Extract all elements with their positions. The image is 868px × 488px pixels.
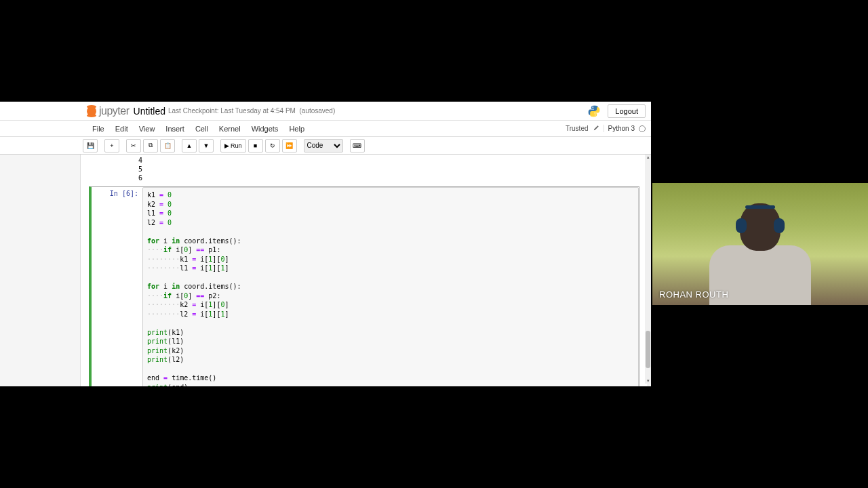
arrow-down-icon: ▼: [203, 142, 210, 149]
python-logo-icon: [587, 104, 601, 118]
menu-bar: File Edit View Insert Cell Kernel Widget…: [0, 121, 651, 137]
scrollbar-thumb[interactable]: [646, 331, 650, 368]
add-cell-button[interactable]: +: [104, 139, 119, 152]
menu-cell[interactable]: Cell: [190, 123, 214, 134]
celltype-select[interactable]: Code: [304, 139, 343, 152]
menu-widgets[interactable]: Widgets: [246, 123, 284, 134]
toolbar: 💾 + ✂ ⧉ 📋 ▲ ▼ ▶Run ■ ↻ ⏩ Code ⌨: [0, 137, 651, 155]
save-icon: 💾: [87, 142, 94, 149]
trusted-label[interactable]: Trusted: [566, 125, 589, 132]
overlay-presenter-name: ROHAN ROUTH: [659, 289, 728, 300]
restart-button[interactable]: ↻: [265, 139, 280, 152]
vertical-scrollbar[interactable]: ▴ ▾: [645, 155, 651, 384]
paste-icon: 📋: [164, 142, 172, 149]
paste-button[interactable]: 📋: [160, 139, 175, 152]
run-button[interactable]: ▶Run: [220, 139, 246, 152]
jupyter-window: jupyter Untitled Last Checkpoint: Last T…: [0, 102, 651, 386]
code-cell[interactable]: In [6]: k1 = 0 k2 = 0 l1 = 0 l2 = 0 for …: [89, 186, 639, 386]
notebook-area[interactable]: 4 5 6 In [6]: k1 = 0 k2 = 0 l1 = 0 l2 = …: [80, 155, 648, 386]
fast-forward-icon: ⏩: [285, 142, 293, 149]
header-bar: jupyter Untitled Last Checkpoint: Last T…: [0, 102, 651, 121]
plus-icon: +: [110, 142, 113, 149]
scissors-icon: ✂: [131, 142, 136, 149]
cut-button[interactable]: ✂: [126, 139, 141, 152]
checkpoint-text: Last Checkpoint: Last Tuesday at 4:54 PM…: [168, 107, 335, 115]
menu-view[interactable]: View: [134, 123, 161, 134]
jupyter-logo-icon: [87, 106, 96, 116]
kernel-status-icon: [639, 125, 646, 132]
command-palette-button[interactable]: ⌨: [350, 139, 365, 152]
notebook-title[interactable]: Untitled: [134, 106, 165, 117]
logout-button[interactable]: Logout: [608, 104, 646, 118]
menu-edit[interactable]: Edit: [110, 123, 134, 134]
jupyter-logo[interactable]: jupyter: [87, 105, 130, 117]
previous-cell-output: 4 5 6: [81, 155, 648, 184]
save-button[interactable]: 💾: [83, 139, 98, 152]
copy-icon: ⧉: [149, 142, 153, 149]
run-label: Run: [231, 142, 242, 149]
kernel-name[interactable]: Python 3: [604, 125, 635, 132]
jupyter-logo-text: jupyter: [99, 105, 130, 117]
pencil-icon[interactable]: [593, 125, 599, 133]
code-input[interactable]: k1 = 0 k2 = 0 l1 = 0 l2 = 0 for i in coo…: [142, 187, 639, 386]
webcam-overlay: ROHAN ROUTH: [652, 183, 868, 305]
restart-icon: ↻: [270, 142, 275, 149]
cell-prompt: In [6]:: [92, 187, 142, 386]
menu-insert[interactable]: Insert: [160, 123, 190, 134]
move-up-button[interactable]: ▲: [182, 139, 197, 152]
scroll-down-icon[interactable]: ▾: [646, 378, 650, 384]
restart-run-all-button[interactable]: ⏩: [282, 139, 297, 152]
arrow-up-icon: ▲: [186, 142, 193, 149]
move-down-button[interactable]: ▼: [199, 139, 214, 152]
menu-help[interactable]: Help: [283, 123, 310, 134]
scroll-up-icon[interactable]: ▴: [646, 155, 650, 160]
stop-button[interactable]: ■: [248, 139, 263, 152]
keyboard-icon: ⌨: [353, 142, 361, 149]
play-icon: ▶: [224, 142, 229, 149]
copy-button[interactable]: ⧉: [143, 139, 158, 152]
stop-icon: ■: [254, 142, 257, 149]
menu-file[interactable]: File: [87, 123, 110, 134]
menu-kernel[interactable]: Kernel: [214, 123, 246, 134]
